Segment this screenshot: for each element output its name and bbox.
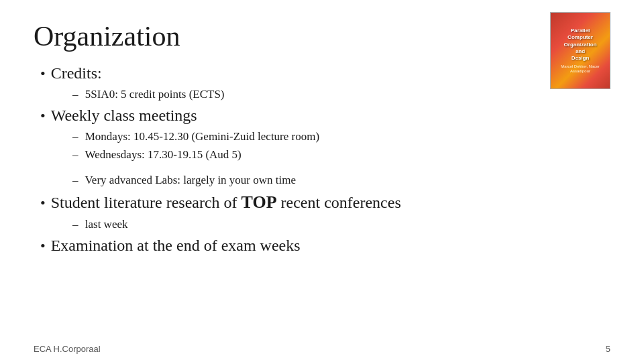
credits-sub-items: – 5SIA0: 5 credit points (ECTS) xyxy=(40,85,610,103)
bullet-dot-1: • xyxy=(40,65,46,82)
book-cover: Parallel Computer Organization and Desig… xyxy=(550,12,610,89)
page-title: Organization xyxy=(34,20,610,52)
student-post: recent conferences xyxy=(277,194,401,211)
bullet-weekly-label: Weekly class meetings xyxy=(51,107,197,125)
bullet-weekly-main: • Weekly class meetings xyxy=(40,107,610,125)
student-sub-1-text: last week xyxy=(85,218,128,231)
weekly-sub-2-text: Wednesdays: 17.30-19.15 (Aud 5) xyxy=(85,148,241,161)
student-sub-items: – last week xyxy=(40,215,610,233)
bullet-dot-2: • xyxy=(40,107,46,125)
book-title-2: Computer xyxy=(568,34,593,41)
weekly-sub-3: – Very advanced Labs: largely in your ow… xyxy=(72,171,610,189)
weekly-sub-2: – Wednesdays: 17.30-19.15 (Aud 5) xyxy=(72,145,610,164)
weekly-sub-1: – Mondays: 10.45-12.30 (Gemini-Zuid lect… xyxy=(72,127,610,145)
bullet-student-label: Student literature research of TOP recen… xyxy=(51,192,401,213)
footer-right: 5 xyxy=(606,344,610,354)
bullet-dot-4: • xyxy=(40,237,46,255)
bullet-credits-main: • Credits: xyxy=(40,64,610,82)
book-title-4: and xyxy=(576,48,585,55)
bullet-credits: • Credits: – 5SIA0: 5 credit points (ECT… xyxy=(40,64,610,103)
bullet-exam-label: Examination at the end of exam weeks xyxy=(51,237,301,255)
student-pre: Student literature research of xyxy=(51,194,241,211)
book-title-3: Organization xyxy=(564,42,597,48)
content-area: • Credits: – 5SIA0: 5 credit points (ECT… xyxy=(34,64,610,255)
book-title: Parallel xyxy=(571,27,590,34)
bullet-exam: • Examination at the end of exam weeks xyxy=(40,237,610,255)
bullet-credits-label: Credits: xyxy=(51,64,102,82)
bullet-dot-3: • xyxy=(40,194,46,212)
student-sub-1: – last week xyxy=(72,215,610,233)
credits-sub-1: – 5SIA0: 5 credit points (ECTS) xyxy=(72,85,610,103)
book-title-5: Design xyxy=(572,55,590,62)
footer: ECA H.Corporaal 5 xyxy=(34,344,610,354)
weekly-sub-items: – Mondays: 10.45-12.30 (Gemini-Zuid lect… xyxy=(40,127,610,189)
slide: Parallel Computer Organization and Desig… xyxy=(0,0,644,362)
bullet-student-main: • Student literature research of TOP rec… xyxy=(40,192,610,213)
student-bold: TOP xyxy=(241,192,277,212)
weekly-sub-1-text: Mondays: 10.45-12.30 (Gemini-Zuid lectur… xyxy=(85,130,319,143)
weekly-sub-3-text: Very advanced Labs: largely in your own … xyxy=(85,174,296,186)
footer-left: ECA H.Corporaal xyxy=(34,344,101,354)
book-authors: Marcel Dekker, Nacer Assadipour xyxy=(555,64,606,74)
bullet-exam-main: • Examination at the end of exam weeks xyxy=(40,237,610,255)
bullet-student: • Student literature research of TOP rec… xyxy=(40,192,610,233)
credits-sub-1-text: 5SIA0: 5 credit points (ECTS) xyxy=(85,88,225,101)
bullet-weekly: • Weekly class meetings – Mondays: 10.45… xyxy=(40,107,610,189)
